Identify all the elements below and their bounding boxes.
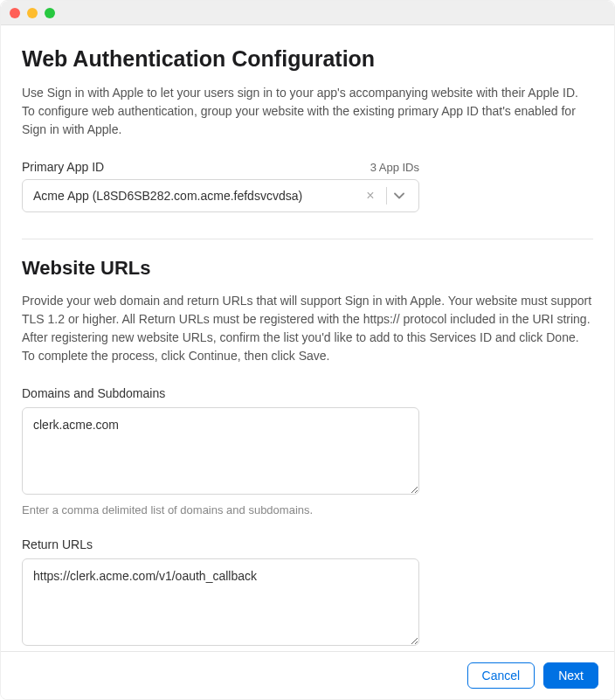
select-divider [386,187,387,204]
page-description: Use Sign in with Apple to let your users… [22,84,593,139]
domains-help-text: Enter a comma delimited list of domains … [22,503,593,516]
primary-app-id-label: Primary App ID [22,160,104,174]
primary-app-id-field: Primary App ID 3 App IDs Acme App (L8SD6… [22,160,593,212]
website-urls-description: Provide your web domain and return URLs … [22,292,593,365]
content-area: Web Authentication Configuration Use Sig… [1,25,614,700]
chevron-down-icon[interactable] [394,192,411,199]
section-divider [22,239,593,239]
cancel-button[interactable]: Cancel [467,662,536,689]
primary-app-id-select[interactable]: Acme App (L8SD6SB282.com.acme.fefdsvcvds… [22,179,419,212]
primary-app-id-value: Acme App (L8SD6SB282.com.acme.fefdsvcvds… [33,189,362,203]
window-zoom-icon[interactable] [45,8,55,18]
page-title: Web Authentication Configuration [22,46,593,72]
app-id-count: 3 App IDs [370,161,419,174]
next-button[interactable]: Next [543,662,598,689]
domains-input[interactable] [22,407,419,495]
return-urls-input[interactable] [22,558,419,646]
return-urls-label: Return URLs [22,537,593,551]
domains-label: Domains and Subdomains [22,386,593,400]
footer-bar: Cancel Next [1,651,614,699]
clear-icon[interactable]: × [362,188,379,204]
window-close-icon[interactable] [10,8,20,18]
window-titlebar [1,1,614,25]
website-urls-title: Website URLs [22,257,593,280]
window-minimize-icon[interactable] [27,8,38,18]
